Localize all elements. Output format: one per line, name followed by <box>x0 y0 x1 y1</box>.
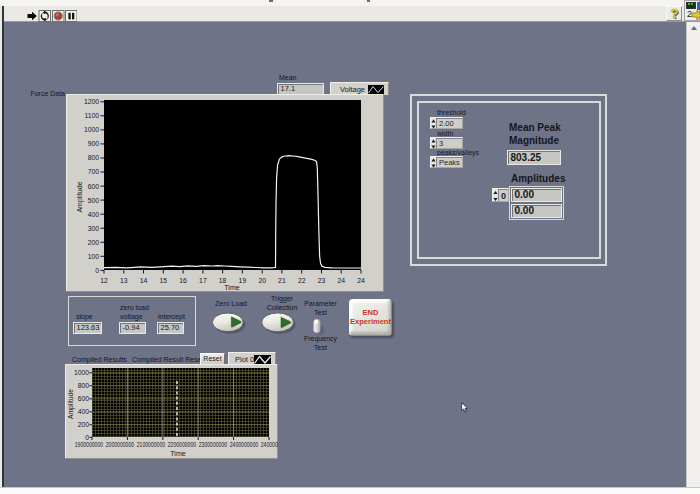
svg-text:200: 200 <box>88 239 100 246</box>
svg-text:Amplitude: Amplitude <box>67 389 75 419</box>
svg-text:12: 12 <box>100 277 108 284</box>
svg-text:900: 900 <box>88 140 100 147</box>
svg-text:800: 800 <box>88 154 100 161</box>
svg-text:13: 13 <box>120 277 128 284</box>
svg-text:1900000000: 1900000000 <box>75 441 103 448</box>
svg-text:400: 400 <box>78 408 90 415</box>
svg-text:400: 400 <box>88 211 100 218</box>
svg-text:14: 14 <box>140 277 148 284</box>
svg-text:500: 500 <box>88 197 100 204</box>
svg-text:2400000000: 2400000000 <box>261 441 278 448</box>
svg-text:21: 21 <box>278 277 286 284</box>
svg-text:800: 800 <box>78 382 90 389</box>
svg-text:2400000000: 2400000000 <box>230 441 258 448</box>
svg-text:18: 18 <box>219 277 227 284</box>
svg-text:Time: Time <box>224 284 239 291</box>
svg-text:16: 16 <box>179 277 187 284</box>
svg-text:24: 24 <box>337 277 345 284</box>
svg-text:1100: 1100 <box>84 112 99 119</box>
svg-text:Time: Time <box>170 450 185 457</box>
svg-text:17: 17 <box>199 277 207 284</box>
svg-text:600: 600 <box>78 395 90 402</box>
svg-text:1000: 1000 <box>84 126 99 133</box>
svg-text:0: 0 <box>95 267 99 274</box>
svg-text:24: 24 <box>357 277 365 284</box>
svg-text:22: 22 <box>298 277 306 284</box>
svg-text:2000000000: 2000000000 <box>106 441 134 448</box>
svg-text:1200: 1200 <box>84 98 99 105</box>
svg-text:Amplitude: Amplitude <box>76 181 84 212</box>
svg-text:700: 700 <box>88 168 100 175</box>
svg-text:200: 200 <box>78 421 90 428</box>
svg-text:19: 19 <box>239 277 247 284</box>
svg-text:23: 23 <box>318 277 326 284</box>
svg-text:300: 300 <box>88 225 100 232</box>
svg-text:15: 15 <box>160 277 168 284</box>
svg-text:2200000000: 2200000000 <box>168 441 196 448</box>
svg-text:2300000000: 2300000000 <box>199 441 227 448</box>
svg-text:100: 100 <box>88 253 100 260</box>
svg-text:1000: 1000 <box>74 369 89 376</box>
svg-text:20: 20 <box>258 277 266 284</box>
svg-text:2100000000: 2100000000 <box>137 441 165 448</box>
svg-text:600: 600 <box>88 183 100 190</box>
